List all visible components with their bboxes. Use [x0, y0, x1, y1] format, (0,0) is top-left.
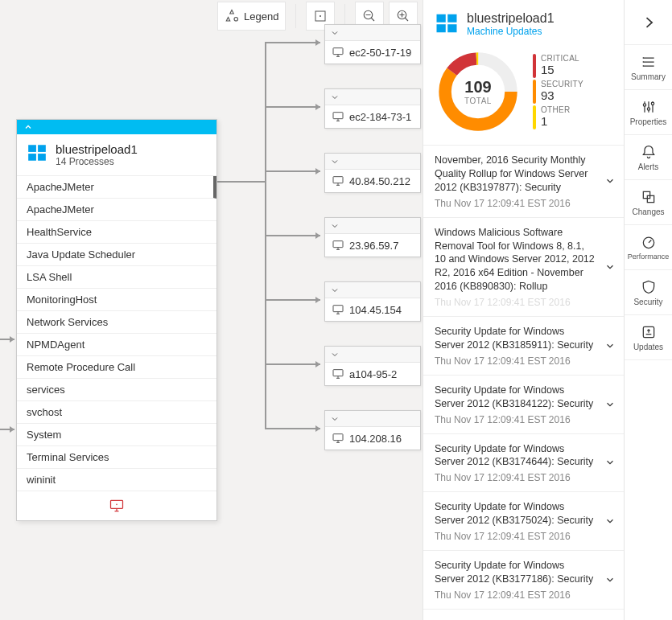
properties-icon [641, 99, 657, 115]
desktop-icon [332, 46, 344, 59]
target-node[interactable]: 23.96.59.7 [324, 217, 421, 257]
svg-marker-9 [315, 361, 320, 367]
chevron-down-icon [330, 92, 340, 102]
process-item[interactable]: Terminal Services [17, 446, 216, 469]
process-item[interactable]: ApacheJMeter [17, 199, 216, 221]
update-title: November, 2016 Security Monthly Quality … [435, 154, 612, 195]
details-panel-header: bluestripeload1 Machine Updates [423, 0, 624, 42]
target-collapse[interactable] [325, 154, 420, 170]
desktop-icon [332, 110, 344, 123]
tab-performance[interactable]: Performance [625, 225, 672, 270]
svg-point-34 [642, 57, 644, 59]
tab-alerts[interactable]: Alerts [625, 135, 672, 180]
legend-button[interactable]: Legend [217, 2, 286, 31]
svg-rect-29 [447, 24, 456, 32]
update-item[interactable]: Security Update for Windows Server 2012 … [423, 317, 624, 376]
svg-rect-24 [333, 370, 343, 376]
svg-marker-8 [315, 297, 320, 303]
desktop-icon [332, 367, 344, 380]
changes-icon [641, 189, 657, 205]
target-collapse[interactable] [325, 411, 420, 427]
update-timestamp: Thu Nov 17 12:09:41 EST 2016 [435, 198, 612, 209]
target-node[interactable]: 104.208.16 [324, 410, 421, 450]
tab-label: Properties [630, 117, 667, 126]
target-collapse[interactable] [325, 89, 420, 105]
performance-icon [641, 234, 657, 250]
process-item[interactable]: Remote Procedure Call [17, 356, 216, 379]
target-node[interactable]: ec2-50-17-19 [324, 24, 421, 64]
chevron-down-icon [604, 574, 616, 585]
svg-rect-16 [38, 154, 46, 161]
update-item[interactable]: Windows Malicious Software Removal Tool … [423, 218, 624, 317]
desktop-icon [332, 303, 344, 316]
process-item[interactable]: NPMDAgent [17, 334, 216, 356]
update-title: Windows Malicious Software Removal Tool … [435, 226, 612, 294]
svg-point-37 [643, 103, 645, 105]
target-label: a104-95-2 [349, 368, 397, 380]
svg-rect-20 [333, 113, 343, 119]
machine-card-footer [17, 491, 216, 520]
target-node[interactable]: ec2-184-73-1 [324, 88, 421, 129]
update-item[interactable]: Security Update for Windows Server 2012 … [423, 434, 624, 493]
tab-updates[interactable]: Updates [625, 315, 672, 360]
legend-value: 93 [541, 88, 583, 102]
dependency-canvas[interactable]: bluestripeload1 14 Processes ApacheJMete… [0, 32, 423, 620]
target-collapse[interactable] [325, 218, 420, 234]
target-node[interactable]: 40.84.50.212 [324, 153, 421, 193]
machine-card[interactable]: bluestripeload1 14 Processes ApacheJMete… [16, 119, 217, 521]
update-timestamp: Thu Nov 17 12:09:41 EST 2016 [435, 472, 612, 483]
process-item[interactable]: LSA Shell [17, 266, 216, 289]
process-item[interactable]: wininit [17, 469, 216, 491]
target-node[interactable]: a104-95-2 [324, 346, 421, 386]
update-title: Security Update for Windows Server 2012 … [435, 500, 612, 528]
process-item[interactable]: svchost [17, 401, 216, 424]
updates-icon [641, 324, 657, 340]
process-item[interactable]: ApacheJMeter [17, 176, 216, 199]
target-collapse[interactable] [325, 282, 420, 298]
details-title: bluestripeload1 [467, 11, 555, 26]
windows-logo-icon [435, 11, 459, 35]
update-timestamp: Thu Nov 17 12:09:41 EST 2016 [435, 531, 612, 542]
tab-summary[interactable]: Summary [625, 45, 672, 90]
target-collapse[interactable] [325, 25, 420, 41]
security-icon [641, 279, 657, 295]
details-subtitle: Machine Updates [467, 26, 555, 37]
process-item[interactable]: MonitoringHost [17, 289, 216, 311]
process-item[interactable]: Java Update Scheduler [17, 244, 216, 266]
tab-security[interactable]: Security [625, 270, 672, 315]
tab-changes[interactable]: Changes [625, 180, 672, 225]
tab-label: Alerts [638, 162, 659, 171]
svg-point-1 [320, 15, 321, 17]
machine-subtitle: 14 Processes [56, 156, 138, 167]
update-item[interactable]: Security Update for Windows Server 2012 … [423, 551, 624, 610]
update-item[interactable]: November, 2016 Security Monthly Quality … [423, 146, 624, 218]
svg-point-38 [647, 107, 649, 109]
chevron-down-icon [604, 515, 616, 527]
svg-point-39 [651, 102, 653, 105]
update-item[interactable]: Security Update for Windows Server 2012 … [423, 376, 624, 434]
chevron-down-icon [330, 285, 340, 295]
updates-donut: 109 TOTAL [435, 48, 522, 135]
process-item[interactable]: HealthService [17, 221, 216, 244]
process-item[interactable]: services [17, 379, 216, 401]
legend-label: SECURITY [541, 80, 583, 88]
zoom-out-icon [362, 9, 377, 23]
desktop-icon [332, 239, 344, 252]
target-node[interactable]: 104.45.154 [324, 281, 421, 322]
update-item[interactable]: Security Update for Windows Server 2012 … [423, 492, 624, 551]
tab-label: Performance [628, 253, 670, 261]
chevron-up-icon [23, 122, 33, 132]
target-label: 104.45.154 [349, 304, 402, 316]
panel-expand-toggle[interactable] [625, 0, 672, 45]
updates-list[interactable]: November, 2016 Security Monthly Quality … [423, 146, 624, 620]
target-collapse[interactable] [325, 347, 420, 363]
summary-icon [641, 54, 657, 70]
machine-card-collapse[interactable] [17, 120, 216, 134]
process-item[interactable]: System [17, 424, 216, 446]
tab-properties[interactable]: Properties [625, 90, 672, 135]
update-title: Security Update for Windows Server 2012 … [435, 325, 612, 352]
chevron-down-icon [330, 28, 340, 38]
process-item[interactable]: Network Services [17, 311, 216, 334]
svg-rect-22 [333, 241, 343, 248]
svg-point-18 [116, 504, 117, 506]
